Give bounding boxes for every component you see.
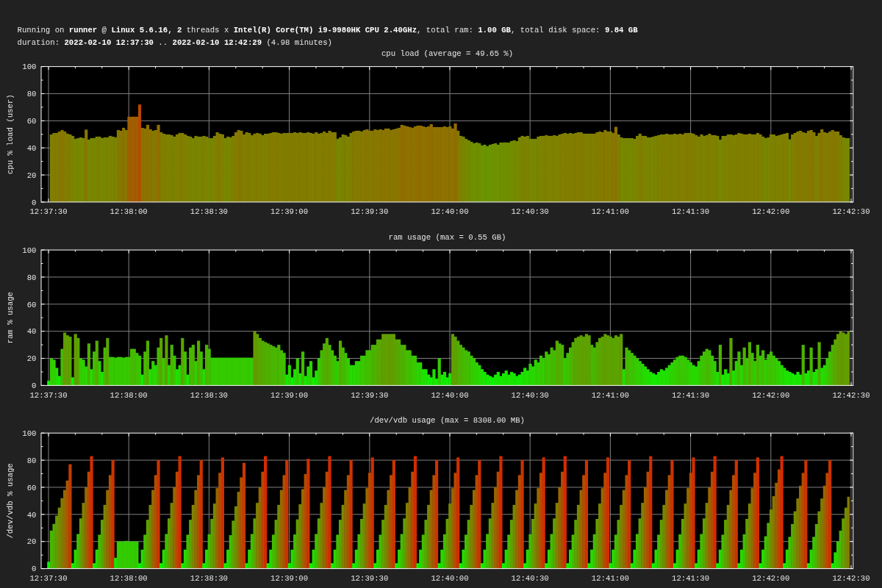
svg-text:12:38:30: 12:38:30: [190, 207, 228, 216]
svg-text:12:42:30: 12:42:30: [832, 574, 870, 583]
svg-text:12:42:00: 12:42:00: [752, 207, 789, 216]
svg-text:60: 60: [27, 484, 37, 492]
svg-text:12:41:30: 12:41:30: [672, 207, 709, 216]
svg-text:12:39:30: 12:39:30: [351, 574, 388, 583]
svg-text:60: 60: [27, 117, 37, 126]
svg-text:/dev/vdb % usage: /dev/vdb % usage: [6, 463, 15, 538]
svg-text:20: 20: [27, 171, 37, 180]
svg-text:12:39:30: 12:39:30: [351, 391, 388, 400]
svg-text:12:42:00: 12:42:00: [752, 391, 789, 400]
svg-text:12:42:30: 12:42:30: [832, 207, 870, 216]
svg-text:12:41:00: 12:41:00: [592, 391, 629, 400]
svg-text:ram usage (max = 0.55 GB): ram usage (max = 0.55 GB): [389, 233, 506, 242]
svg-text:/dev/vdb usage (max = 8308.00: /dev/vdb usage (max = 8308.00 MB): [370, 416, 525, 425]
svg-text:12:38:00: 12:38:00: [110, 391, 148, 400]
svg-text:12:40:00: 12:40:00: [431, 207, 468, 216]
svg-text:12:42:00: 12:42:00: [752, 574, 789, 583]
svg-text:0: 0: [32, 381, 36, 390]
svg-text:cpu load (average = 49.65 %): cpu load (average = 49.65 %): [381, 49, 513, 58]
svg-text:12:40:00: 12:40:00: [431, 574, 468, 583]
svg-text:0: 0: [32, 198, 36, 207]
svg-text:100: 100: [22, 62, 36, 71]
svg-text:cpu % load (user): cpu % load (user): [6, 94, 15, 174]
svg-text:100: 100: [22, 246, 36, 255]
svg-text:12:39:00: 12:39:00: [270, 574, 308, 583]
svg-text:12:38:30: 12:38:30: [190, 574, 228, 583]
svg-text:12:38:00: 12:38:00: [110, 574, 148, 583]
svg-text:12:42:30: 12:42:30: [832, 391, 870, 400]
svg-text:40: 40: [27, 327, 37, 336]
svg-text:60: 60: [27, 301, 37, 309]
svg-text:ram % usage: ram % usage: [6, 292, 15, 343]
svg-text:12:41:00: 12:41:00: [592, 574, 629, 583]
svg-text:20: 20: [27, 537, 37, 546]
svg-text:12:40:00: 12:40:00: [431, 391, 468, 400]
svg-text:12:37:30: 12:37:30: [29, 574, 67, 583]
svg-text:40: 40: [27, 511, 37, 520]
svg-text:40: 40: [27, 144, 37, 153]
svg-text:12:37:30: 12:37:30: [29, 207, 67, 216]
svg-text:12:39:30: 12:39:30: [351, 207, 388, 216]
svg-text:12:41:30: 12:41:30: [672, 391, 709, 400]
svg-text:12:37:30: 12:37:30: [29, 391, 67, 400]
svg-text:12:38:30: 12:38:30: [190, 391, 228, 400]
svg-text:Running on runner @ Linux 5.6.: Running on runner @ Linux 5.6.16, 2 thre…: [18, 26, 639, 35]
svg-text:duration: 2022-02-10 12:37:30: duration: 2022-02-10 12:37:30 .. 2022-02…: [18, 38, 333, 47]
svg-text:12:39:00: 12:39:00: [270, 207, 308, 216]
svg-text:20: 20: [27, 354, 37, 363]
svg-text:12:41:00: 12:41:00: [592, 207, 629, 216]
svg-text:12:38:00: 12:38:00: [110, 207, 148, 216]
svg-text:12:40:30: 12:40:30: [512, 207, 549, 216]
svg-text:12:40:30: 12:40:30: [512, 574, 549, 583]
svg-text:12:41:30: 12:41:30: [672, 574, 709, 583]
svg-text:80: 80: [27, 90, 37, 98]
svg-text:80: 80: [27, 456, 37, 465]
svg-text:12:39:00: 12:39:00: [270, 391, 308, 400]
svg-text:0: 0: [32, 564, 36, 573]
svg-text:100: 100: [22, 429, 36, 438]
svg-text:12:40:30: 12:40:30: [512, 391, 549, 400]
svg-text:80: 80: [27, 273, 37, 282]
